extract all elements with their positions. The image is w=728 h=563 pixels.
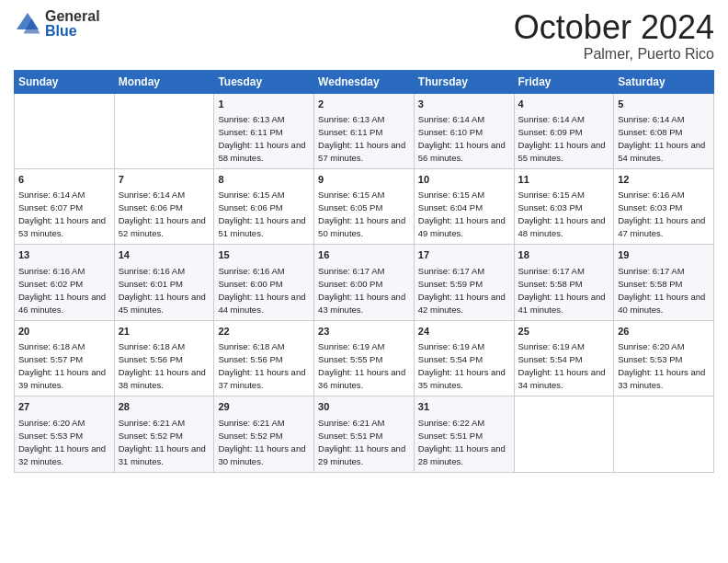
day-number: 31 bbox=[418, 400, 510, 414]
header-cell-friday: Friday bbox=[514, 70, 614, 93]
cell-info: Sunrise: 6:15 AMSunset: 6:03 PMDaylight:… bbox=[518, 190, 606, 238]
cell-info: Sunrise: 6:16 AMSunset: 6:01 PMDaylight:… bbox=[119, 266, 206, 315]
calendar-cell: 2Sunrise: 6:13 AMSunset: 6:11 PMDaylight… bbox=[314, 93, 415, 168]
calendar-cell: 19Sunrise: 6:17 AMSunset: 5:58 PMDayligh… bbox=[614, 245, 714, 320]
calendar-cell bbox=[614, 396, 714, 472]
calendar-cell: 9Sunrise: 6:15 AMSunset: 6:05 PMDaylight… bbox=[314, 168, 415, 244]
day-number: 4 bbox=[518, 98, 610, 111]
location: Palmer, Puerto Rico bbox=[514, 46, 714, 63]
cell-info: Sunrise: 6:14 AMSunset: 6:10 PMDaylight:… bbox=[418, 114, 506, 163]
cell-info: Sunrise: 6:16 AMSunset: 6:03 PMDaylight:… bbox=[618, 190, 705, 238]
cell-info: Sunrise: 6:13 AMSunset: 6:11 PMDaylight:… bbox=[218, 114, 305, 163]
day-number: 20 bbox=[18, 325, 110, 339]
calendar-cell: 17Sunrise: 6:17 AMSunset: 5:59 PMDayligh… bbox=[414, 245, 514, 320]
cell-info: Sunrise: 6:15 AMSunset: 6:05 PMDaylight:… bbox=[318, 190, 405, 238]
day-number: 27 bbox=[18, 400, 110, 414]
week-row-3: 13Sunrise: 6:16 AMSunset: 6:02 PMDayligh… bbox=[15, 245, 714, 320]
calendar-cell: 7Sunrise: 6:14 AMSunset: 6:06 PMDaylight… bbox=[114, 168, 214, 244]
header-cell-wednesday: Wednesday bbox=[314, 70, 415, 93]
calendar-cell: 22Sunrise: 6:18 AMSunset: 5:56 PMDayligh… bbox=[214, 320, 314, 396]
cell-info: Sunrise: 6:22 AMSunset: 5:51 PMDaylight:… bbox=[418, 418, 506, 466]
logo: General Blue bbox=[14, 9, 100, 39]
cell-info: Sunrise: 6:18 AMSunset: 5:56 PMDaylight:… bbox=[119, 341, 206, 390]
calendar-cell: 27Sunrise: 6:20 AMSunset: 5:53 PMDayligh… bbox=[15, 396, 115, 472]
cell-info: Sunrise: 6:15 AMSunset: 6:04 PMDaylight:… bbox=[418, 190, 506, 238]
calendar-cell: 4Sunrise: 6:14 AMSunset: 6:09 PMDaylight… bbox=[514, 93, 614, 168]
day-number: 14 bbox=[119, 248, 210, 262]
day-number: 10 bbox=[418, 173, 510, 187]
calendar-cell: 10Sunrise: 6:15 AMSunset: 6:04 PMDayligh… bbox=[414, 168, 514, 244]
calendar-body: 1Sunrise: 6:13 AMSunset: 6:11 PMDaylight… bbox=[15, 93, 714, 472]
day-number: 11 bbox=[518, 173, 610, 187]
cell-info: Sunrise: 6:19 AMSunset: 5:54 PMDaylight:… bbox=[518, 341, 606, 390]
cell-info: Sunrise: 6:21 AMSunset: 5:52 PMDaylight:… bbox=[119, 418, 206, 466]
calendar-cell: 25Sunrise: 6:19 AMSunset: 5:54 PMDayligh… bbox=[514, 320, 614, 396]
day-number: 13 bbox=[18, 248, 110, 262]
day-number: 25 bbox=[518, 325, 610, 339]
cell-info: Sunrise: 6:21 AMSunset: 5:51 PMDaylight:… bbox=[318, 418, 405, 466]
calendar-cell: 24Sunrise: 6:19 AMSunset: 5:54 PMDayligh… bbox=[414, 320, 514, 396]
week-row-4: 20Sunrise: 6:18 AMSunset: 5:57 PMDayligh… bbox=[15, 320, 714, 396]
cell-info: Sunrise: 6:14 AMSunset: 6:06 PMDaylight:… bbox=[119, 190, 206, 238]
cell-info: Sunrise: 6:14 AMSunset: 6:08 PMDaylight:… bbox=[618, 114, 705, 163]
calendar-cell bbox=[114, 93, 214, 168]
calendar-cell: 11Sunrise: 6:15 AMSunset: 6:03 PMDayligh… bbox=[514, 168, 614, 244]
calendar-cell: 12Sunrise: 6:16 AMSunset: 6:03 PMDayligh… bbox=[614, 168, 714, 244]
calendar-cell: 30Sunrise: 6:21 AMSunset: 5:51 PMDayligh… bbox=[314, 396, 415, 472]
calendar-cell bbox=[15, 93, 115, 168]
cell-info: Sunrise: 6:19 AMSunset: 5:55 PMDaylight:… bbox=[318, 341, 405, 390]
cell-info: Sunrise: 6:20 AMSunset: 5:53 PMDaylight:… bbox=[618, 341, 705, 390]
week-row-1: 1Sunrise: 6:13 AMSunset: 6:11 PMDaylight… bbox=[15, 93, 714, 168]
cell-info: Sunrise: 6:16 AMSunset: 6:02 PMDaylight:… bbox=[18, 266, 106, 315]
day-number: 3 bbox=[418, 98, 510, 111]
calendar-header: SundayMondayTuesdayWednesdayThursdayFrid… bbox=[15, 70, 714, 93]
calendar-cell: 5Sunrise: 6:14 AMSunset: 6:08 PMDaylight… bbox=[614, 93, 714, 168]
logo-general-text: General bbox=[45, 9, 100, 24]
cell-info: Sunrise: 6:18 AMSunset: 5:56 PMDaylight:… bbox=[218, 341, 305, 390]
calendar-cell: 1Sunrise: 6:13 AMSunset: 6:11 PMDaylight… bbox=[214, 93, 314, 168]
cell-info: Sunrise: 6:17 AMSunset: 6:00 PMDaylight:… bbox=[318, 266, 405, 315]
day-number: 24 bbox=[418, 325, 510, 339]
cell-info: Sunrise: 6:17 AMSunset: 5:58 PMDaylight:… bbox=[518, 266, 606, 315]
calendar-cell: 14Sunrise: 6:16 AMSunset: 6:01 PMDayligh… bbox=[114, 245, 214, 320]
day-number: 2 bbox=[318, 98, 410, 111]
title-section: October 2024 Palmer, Puerto Rico bbox=[514, 9, 714, 63]
logo-blue-text: Blue bbox=[45, 24, 100, 39]
day-number: 21 bbox=[119, 325, 210, 339]
calendar-cell: 3Sunrise: 6:14 AMSunset: 6:10 PMDaylight… bbox=[414, 93, 514, 168]
header-cell-thursday: Thursday bbox=[414, 70, 514, 93]
calendar-cell: 23Sunrise: 6:19 AMSunset: 5:55 PMDayligh… bbox=[314, 320, 415, 396]
day-number: 30 bbox=[318, 400, 410, 414]
cell-info: Sunrise: 6:17 AMSunset: 5:59 PMDaylight:… bbox=[418, 266, 506, 315]
day-number: 22 bbox=[218, 325, 310, 339]
header: General Blue October 2024 Palmer, Puerto… bbox=[14, 9, 714, 63]
header-cell-sunday: Sunday bbox=[15, 70, 115, 93]
day-number: 16 bbox=[318, 248, 410, 262]
day-number: 12 bbox=[618, 173, 710, 187]
cell-info: Sunrise: 6:13 AMSunset: 6:11 PMDaylight:… bbox=[318, 114, 405, 163]
calendar-table: SundayMondayTuesdayWednesdayThursdayFrid… bbox=[14, 70, 714, 473]
calendar-cell: 6Sunrise: 6:14 AMSunset: 6:07 PMDaylight… bbox=[15, 168, 115, 244]
calendar-cell: 18Sunrise: 6:17 AMSunset: 5:58 PMDayligh… bbox=[514, 245, 614, 320]
day-number: 18 bbox=[518, 248, 610, 262]
header-cell-tuesday: Tuesday bbox=[214, 70, 314, 93]
day-number: 5 bbox=[618, 98, 710, 111]
cell-info: Sunrise: 6:14 AMSunset: 6:09 PMDaylight:… bbox=[518, 114, 606, 163]
header-row: SundayMondayTuesdayWednesdayThursdayFrid… bbox=[15, 70, 714, 93]
calendar-cell bbox=[514, 396, 614, 472]
logo-icon bbox=[14, 10, 41, 38]
calendar-cell: 16Sunrise: 6:17 AMSunset: 6:00 PMDayligh… bbox=[314, 245, 415, 320]
header-cell-monday: Monday bbox=[114, 70, 214, 93]
cell-info: Sunrise: 6:19 AMSunset: 5:54 PMDaylight:… bbox=[418, 341, 506, 390]
calendar-cell: 20Sunrise: 6:18 AMSunset: 5:57 PMDayligh… bbox=[15, 320, 115, 396]
day-number: 17 bbox=[418, 248, 510, 262]
cell-info: Sunrise: 6:20 AMSunset: 5:53 PMDaylight:… bbox=[18, 418, 106, 466]
day-number: 1 bbox=[218, 98, 310, 111]
calendar-cell: 15Sunrise: 6:16 AMSunset: 6:00 PMDayligh… bbox=[214, 245, 314, 320]
calendar-cell: 21Sunrise: 6:18 AMSunset: 5:56 PMDayligh… bbox=[114, 320, 214, 396]
calendar-cell: 31Sunrise: 6:22 AMSunset: 5:51 PMDayligh… bbox=[414, 396, 514, 472]
day-number: 8 bbox=[218, 173, 310, 187]
cell-info: Sunrise: 6:17 AMSunset: 5:58 PMDaylight:… bbox=[618, 266, 705, 315]
calendar-cell: 26Sunrise: 6:20 AMSunset: 5:53 PMDayligh… bbox=[614, 320, 714, 396]
page-container: General Blue October 2024 Palmer, Puerto… bbox=[0, 0, 728, 482]
